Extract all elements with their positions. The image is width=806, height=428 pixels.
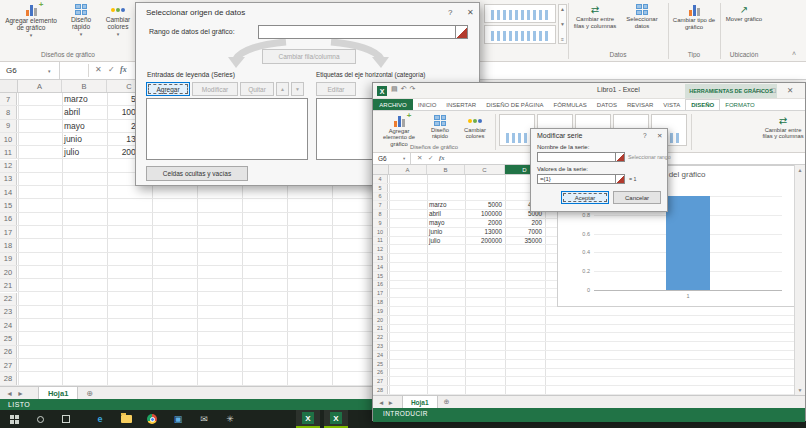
ribbon-tab[interactable]: VISTA [658,99,685,110]
row-header[interactable]: 27 [373,377,388,385]
ribbon-tab[interactable]: INICIO [413,99,441,110]
move-series-down-button[interactable]: ▼ [291,82,304,96]
row-header[interactable]: 12 [0,160,17,172]
task-view-icon[interactable] [54,410,78,428]
undo-icon[interactable]: ↶ [401,85,410,92]
row-header[interactable]: 18 [373,298,388,306]
row-header[interactable]: 13 [373,254,388,262]
row-header[interactable]: 21 [373,325,388,333]
row-header[interactable]: 25 [0,332,17,344]
row-header[interactable]: 8 [0,106,17,118]
sheet-cell-value[interactable]: 100000 [465,210,502,217]
row-header[interactable]: 17 [0,226,17,238]
sheet-cell-value[interactable]: 7000 [505,228,542,235]
row-header[interactable]: 15 [373,272,388,280]
store-icon[interactable]: ▣ [166,410,190,428]
sheet-cell-value[interactable]: 2000 [465,219,502,226]
row-header[interactable]: 22 [0,293,17,305]
row-header[interactable]: 4 [373,175,388,183]
tab-archivo[interactable]: ARCHIVO [373,99,413,110]
row-header[interactable]: 25 [373,360,388,368]
gallery-scrollbar[interactable]: ▲ ▼ ≡ [558,4,567,44]
row-header[interactable]: 28 [0,372,17,384]
scroll-up-icon[interactable]: ▲ [560,6,565,12]
row-header[interactable]: 11 [373,237,388,245]
quick-layout-button[interactable]: Diseño rápido ▾ [62,2,100,48]
excel-window-button[interactable]: X [324,410,348,428]
change-colors-button[interactable]: Cambiar colores ▾ [101,2,135,48]
help-icon[interactable]: ? [448,8,452,17]
ribbon-tab-contextual[interactable]: FORMATO [720,99,759,110]
edge-icon[interactable]: e [88,410,112,428]
switch-row-column-button[interactable]: ⇄ Cambiar entre filas y columnas [572,2,618,48]
row-header[interactable]: 20 [373,316,388,324]
insert-function-icon[interactable]: fx [120,65,127,74]
sheet-nav-right-icon[interactable]: ► [17,390,24,397]
cancel-button[interactable]: Cancelar [613,191,661,204]
add-chart-element-button[interactable]: + Agregar elemento de gráfico ▾ [2,2,60,48]
row-header[interactable]: 14 [373,263,388,271]
sheet-cell-value[interactable]: 5000 [465,201,502,208]
series-values-input[interactable]: ={1} [537,174,625,184]
row-header[interactable]: 12 [373,245,388,253]
name-box[interactable]: G6 ▾ [373,153,411,164]
quick-access-toolbar[interactable]: ▤↶↷ [391,85,418,93]
row-header[interactable]: 23 [373,342,388,350]
scroll-down-icon[interactable]: ▼ [560,21,565,27]
row-header[interactable]: 22 [373,333,388,341]
maximize-icon[interactable]: □ [771,86,776,95]
add-sheet-icon[interactable]: ⊕ [86,389,93,398]
series-name-input[interactable] [537,152,625,162]
row-header[interactable]: 23 [0,306,17,318]
minimize-icon[interactable]: — [755,86,763,95]
hidden-empty-cells-button[interactable]: Celdas ocultas y vacías [146,166,248,181]
row-header[interactable]: 11 [0,146,17,158]
sheet-cell-month[interactable]: abril [429,210,441,217]
help-icon[interactable]: ? [643,132,647,139]
row-header[interactable]: 16 [373,281,388,289]
sheet-cell-month[interactable]: junio [64,134,82,144]
ribbon-tab[interactable]: REVISAR [622,99,658,110]
switch-row-column-button[interactable]: ⇄ Cambiar entre filas y columnas [761,113,805,153]
row-header[interactable]: 8 [373,210,388,218]
row-header[interactable]: 14 [0,186,17,198]
sheet-cell-month[interactable]: marzo [64,94,88,104]
chart-style-thumbnail[interactable] [484,25,556,44]
ribbon-tab[interactable]: DISEÑO DE PÁGINA [481,99,548,110]
row-header[interactable]: 18 [0,239,17,251]
chrome-icon[interactable] [140,410,164,428]
column-header[interactable]: A [18,80,62,92]
row-header[interactable]: 26 [373,369,388,377]
sheet-tab-hoja1[interactable]: Hoja1 [402,396,438,408]
sheet-cell-value[interactable]: 200000 [465,237,502,244]
move-chart-button[interactable]: ↗ Mover gráfico [724,2,764,48]
row-header[interactable]: 27 [0,359,17,371]
chevron-down-icon[interactable]: ▾ [403,156,405,161]
row-header[interactable]: 24 [0,319,17,331]
name-box[interactable]: G6 ▾ [0,62,60,79]
chart-bar[interactable] [666,196,710,290]
close-window-icon[interactable]: ✕ [787,86,793,95]
change-chart-type-button[interactable]: Cambiar tipo de gráfico [672,2,716,48]
select-data-button[interactable]: Seleccionar datos [620,2,664,48]
title-bar[interactable]: X ▤↶↷ Libro1 - Excel HERRAMIENTAS DE GRÁ… [373,83,805,99]
excel-window-button[interactable]: X [296,410,320,428]
vertical-scrollbar[interactable]: ▲ ▼ [794,165,805,395]
row-header[interactable]: 6 [373,193,388,201]
modify-series-button[interactable]: Modificar [192,82,238,96]
sheet-cell-month[interactable]: abril [64,107,80,117]
add-series-button[interactable]: Agregar [146,82,190,96]
confirm-entry-icon[interactable]: ✓ [108,65,115,74]
row-header[interactable]: 7 [373,201,388,209]
mail-icon[interactable]: ✉ [192,410,216,428]
row-header[interactable]: 24 [373,351,388,359]
remove-series-button[interactable]: Quitar [240,82,274,96]
ribbon-tab-contextual[interactable]: DISEÑO [685,99,720,110]
confirm-entry-icon[interactable]: ✓ [428,154,433,162]
sheet-cell-value[interactable]: 35000 [505,237,542,244]
chevron-down-icon[interactable]: ▾ [48,68,51,74]
row-header[interactable]: 19 [373,307,388,315]
sheet-nav-left-icon[interactable]: ◄ [6,390,13,397]
sheet-cell-value[interactable]: 13000 [465,228,502,235]
row-header[interactable]: 17 [373,289,388,297]
